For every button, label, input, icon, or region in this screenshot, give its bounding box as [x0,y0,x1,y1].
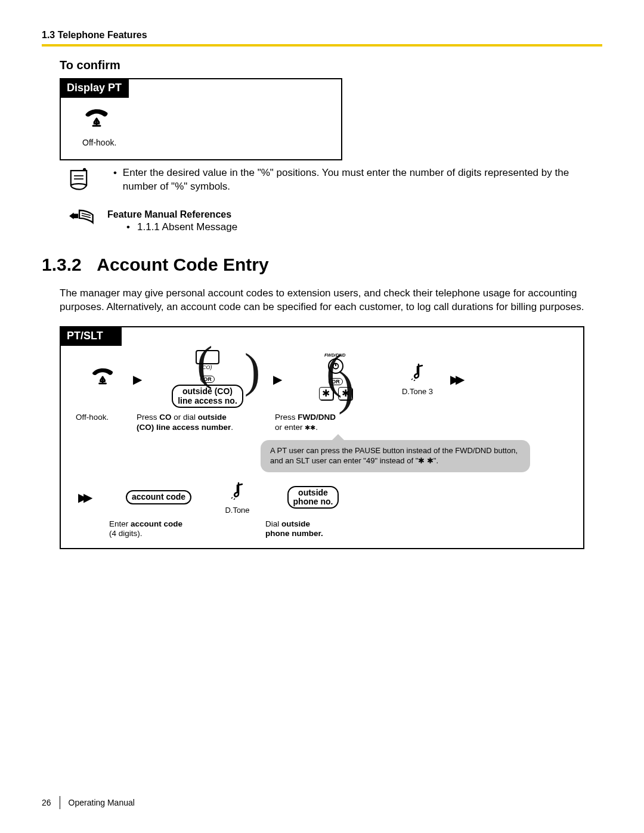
feature-manual-references-heading: Feature Manual References [107,208,237,221]
procedure-box-ptslt: PT/SLT ▶ ( OR outside (CO)line a [60,326,584,549]
outside-phone-pill: outsidephone no. [287,486,339,509]
outside-phone-caption: Dial outsidephone number. [265,519,355,540]
account-code-pill: account code [126,490,191,504]
reference-item: 1.1.1 Absent Message [137,221,237,234]
procedure-box-display-pt: Display PT Off-hook. [60,78,342,160]
hint-bubble: A PT user can press the PAUSE button ins… [261,440,530,472]
dial-tone-icon [409,373,426,383]
offhook-icon [88,367,118,391]
page-footer: 26 Operating Manual [42,796,135,809]
note-text: • Enter the desired value in the "%" pos… [107,166,602,196]
right-brace-icon: ) [244,346,261,394]
doc-title: Operating Manual [69,798,135,807]
fwd-caption: Press FWD/DNDor enter ✱✱. [275,413,382,433]
tab-ptslt: PT/SLT [60,326,122,346]
right-brace-icon: ) [338,364,354,412]
arrow-icon: ▶ [133,372,142,386]
running-header: 1.3 Telephone Features [42,30,602,44]
reference-icon [66,208,95,230]
co-caption: Press CO or dial outside (CO) line acces… [137,413,269,433]
arrow-icon: ▶ [273,372,282,386]
offhook-caption: Off-hook. [82,138,320,147]
offhook-icon [82,108,112,132]
section-paragraph: The manager may give personal account co… [60,287,584,314]
double-arrow-icon: ▶▶ [450,372,461,386]
note-icon [66,166,95,195]
svg-point-2 [83,168,86,171]
page-number: 26 [42,798,60,807]
dtone3-label: D.Tone 3 [391,387,444,396]
dial-tone-icon [229,491,246,501]
subheading-to-confirm: To confirm [60,58,602,72]
double-arrow-icon: ▶▶ [78,490,108,504]
dtone-label: D.Tone [210,506,264,515]
header-rule [42,44,602,47]
section-number: 1.3.2 [42,255,92,275]
offhook-caption: Off-hook. [76,413,131,433]
section-title: Account Code Entry [97,255,268,274]
tab-display-pt: Display PT [60,78,129,98]
account-code-caption: Enter account code(4 digits). [109,519,200,540]
co-button-icon [196,350,219,364]
